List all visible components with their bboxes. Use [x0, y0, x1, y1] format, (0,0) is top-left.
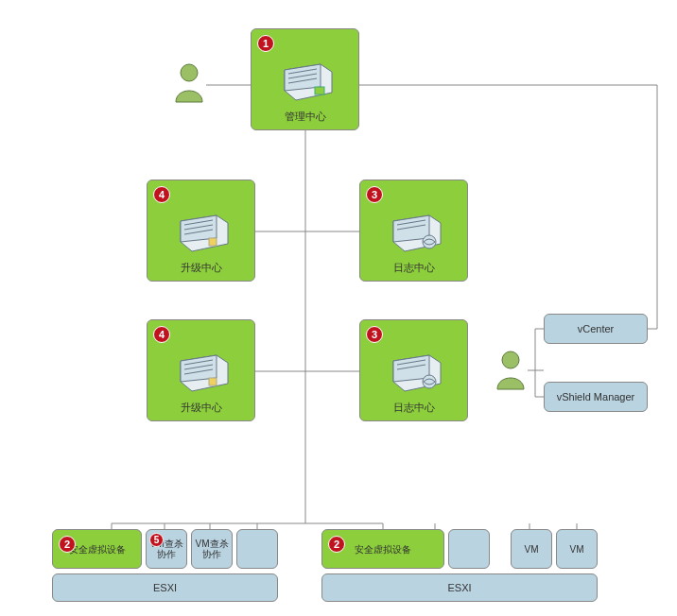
- node-mgmt-center: 1 管理中心: [251, 28, 359, 130]
- node-label: vCenter: [578, 323, 615, 334]
- badge: 3: [366, 186, 383, 203]
- node-upgrade-1: 4 升级中心: [147, 180, 255, 282]
- node-secdev-1: 2 安全虚拟设备: [52, 529, 142, 569]
- badge: 2: [59, 536, 76, 553]
- node-esxi-2: ESXI: [321, 573, 598, 602]
- node-label: 升级中心: [181, 261, 222, 275]
- node-vmkill-2: VM查杀协作: [191, 529, 233, 569]
- svg-rect-23: [315, 87, 324, 94]
- server-icon: [173, 214, 230, 253]
- server-icon: [277, 62, 334, 102]
- node-secdev-2: 2 安全虚拟设备: [321, 529, 444, 569]
- node-label: 安全虚拟设备: [355, 544, 411, 555]
- svg-point-17: [181, 64, 198, 81]
- server-icon: [386, 353, 443, 393]
- user-icon: [172, 62, 206, 104]
- node-vm-2: VM: [556, 529, 598, 569]
- node-label: 安全虚拟设备: [69, 544, 126, 555]
- svg-rect-40: [209, 378, 217, 385]
- node-log-2: 3 日志中心: [359, 319, 468, 421]
- node-label: VM: [570, 544, 584, 555]
- node-label: 升级中心: [181, 401, 222, 415]
- badge: 1: [257, 35, 274, 52]
- badge: 3: [366, 326, 383, 343]
- node-label: 日志中心: [393, 261, 435, 275]
- svg-point-45: [423, 375, 436, 388]
- node-label: ESXI: [447, 582, 471, 593]
- svg-rect-29: [209, 238, 217, 246]
- badge: 4: [153, 186, 170, 203]
- badge: 4: [153, 326, 170, 343]
- node-label: 管理中心: [285, 110, 326, 124]
- badge: 2: [328, 536, 345, 553]
- node-esxi-1: ESXI: [52, 573, 278, 602]
- svg-point-34: [423, 235, 436, 248]
- node-extra-1: [236, 529, 278, 569]
- node-label: 日志中心: [393, 401, 435, 415]
- svg-point-46: [502, 351, 519, 368]
- user-icon: [494, 350, 528, 391]
- node-vcenter: vCenter: [544, 314, 648, 344]
- node-upgrade-2: 4 升级中心: [147, 319, 255, 421]
- badge: 5: [149, 533, 164, 547]
- node-label: VM: [525, 544, 539, 555]
- node-hidden-1: [448, 529, 490, 569]
- server-icon: [386, 214, 443, 253]
- server-icon: [173, 353, 230, 393]
- node-label: vShield Manager: [557, 391, 635, 402]
- node-label: ESXI: [153, 582, 177, 593]
- node-label: VM查杀协作: [194, 539, 230, 559]
- node-vshield: vShield Manager: [544, 382, 648, 412]
- node-vm-1: VM: [511, 529, 552, 569]
- node-log-1: 3 日志中心: [359, 180, 468, 282]
- node-vmkill-1: 5 VM查杀协作: [146, 529, 187, 569]
